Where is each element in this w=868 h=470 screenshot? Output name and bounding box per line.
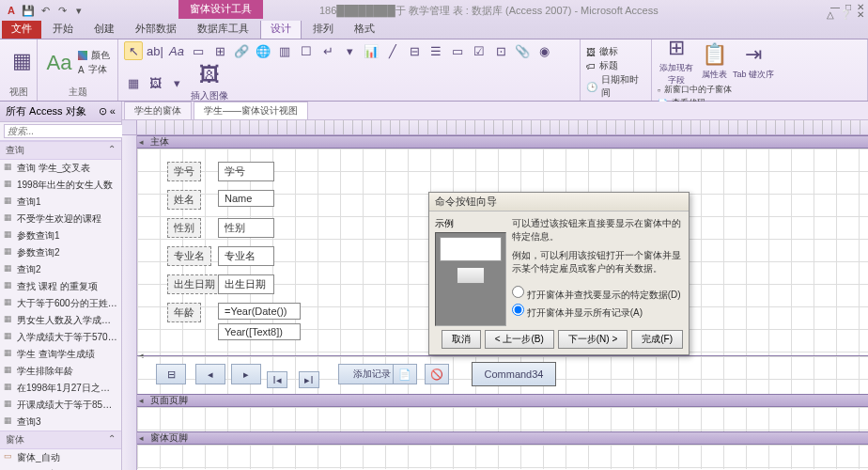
combo-tool-icon[interactable]: ▾ (340, 41, 359, 60)
tab-home[interactable]: 开始 (43, 19, 83, 39)
label-gender[interactable]: 性别 (167, 218, 201, 238)
pagebreak-tool-icon[interactable]: ↵ (318, 41, 337, 60)
tab-external[interactable]: 外部数据 (126, 19, 186, 39)
wizard-cancel-button[interactable]: 取消 (442, 330, 481, 349)
nav-collapse-icon[interactable]: ⊙ « (99, 105, 116, 118)
qat-dropdown-icon[interactable]: ▾ (71, 3, 86, 18)
wizard-back-button[interactable]: < 上一步(B) (485, 330, 554, 349)
listbox-tool-icon[interactable]: ☰ (426, 41, 445, 60)
wizard-option-2[interactable]: 打开窗体并显示所有记录(A) (512, 303, 683, 321)
insert-image-button[interactable]: 🖼插入图像 (189, 63, 230, 102)
nav-item-query[interactable]: 不受学生欢迎的课程 (0, 211, 121, 227)
delete-record-button[interactable]: 🚫 (425, 364, 449, 384)
nav-tool-icon[interactable]: ▥ (275, 41, 294, 60)
subform-tool-icon[interactable]: ▦ (124, 73, 143, 92)
doc-tab-1[interactable]: 学生的窗体 (124, 102, 192, 119)
nav-item-query[interactable]: 开课成绩大于等于85分的... (0, 397, 121, 414)
hyperlink-tool-icon[interactable]: 🔗 (232, 41, 251, 60)
tab-format[interactable]: 格式 (345, 19, 384, 39)
nav-item-query[interactable]: 查询2 (0, 261, 121, 278)
section-formfooter[interactable] (137, 445, 868, 469)
view-button[interactable]: ▦ (6, 41, 38, 81)
line-tool-icon[interactable]: ╱ (383, 41, 402, 60)
tab-design[interactable]: 设计 (260, 18, 302, 39)
theme-fonts[interactable]: A字体 (78, 63, 110, 76)
button-tool-icon[interactable]: ▭ (189, 41, 208, 60)
nav-prev-button[interactable]: ◂ (195, 364, 225, 384)
nav-first2-button[interactable]: I◂ (267, 371, 287, 388)
textbox-gender[interactable]: 性别 (218, 218, 274, 238)
more-tools-icon[interactable]: ▾ (167, 73, 186, 92)
label-age[interactable]: 年龄 (167, 303, 201, 322)
nav-item-query[interactable]: 参数查询2 (0, 244, 121, 261)
wizard-next-button[interactable]: 下一步(N) > (558, 330, 628, 349)
wizard-option-1[interactable]: 打开窗体并查找要显示的特定数据(D) (512, 285, 683, 303)
toggle-tool-icon[interactable]: ⊟ (405, 41, 424, 60)
nav-next-button[interactable]: ▸ (231, 364, 261, 384)
rect-tool-icon[interactable]: ▭ (448, 41, 467, 60)
image-tool-icon[interactable]: 🖼 (146, 73, 164, 92)
tab-order-button[interactable]: ⇥Tab 键次序 (733, 41, 774, 81)
attachment-tool-icon[interactable]: 📎 (513, 41, 532, 60)
textbox-expr2[interactable]: Year([Text8]) (218, 323, 301, 340)
nav-item-query[interactable]: 学生 查询学生成绩 (0, 346, 121, 363)
help-icon[interactable]: ❔ (840, 9, 851, 20)
unbound-tool-icon[interactable]: ⊡ (491, 41, 510, 60)
section-detail-bar[interactable]: 主体 (137, 135, 868, 149)
web-tool-icon[interactable]: 🌐 (254, 41, 272, 60)
nav-header[interactable]: 所有 Access 对象 ⊙ « (0, 102, 121, 122)
doc-tab-2[interactable]: 学生——窗体设计视图 (194, 102, 308, 119)
nav-search-input[interactable] (4, 124, 131, 138)
wizard-finish-button[interactable]: 完成(F) (631, 330, 683, 349)
nav-group-queries[interactable]: 查询⌃ (0, 141, 121, 160)
nav-item-query[interactable]: 查找 课程 的重复项 (0, 278, 121, 295)
nav-item-query[interactable]: 学生排除年龄 (0, 363, 121, 380)
nav-last-button[interactable]: ▸I (299, 371, 319, 388)
textbox-tool-icon[interactable]: ab| (146, 41, 164, 60)
logo-button[interactable]: 🖼徽标 (586, 45, 645, 58)
title-button[interactable]: 🏷标题 (586, 59, 645, 72)
radio-tool-icon[interactable]: ◉ (535, 41, 553, 60)
label-name[interactable]: 姓名 (167, 190, 201, 210)
nav-item-form[interactable]: 课程 子窗体 (0, 466, 121, 470)
section-pagefooter2-bar[interactable]: 页面页脚 (137, 394, 868, 407)
nav-item-query[interactable]: 查询3 (0, 414, 121, 431)
nav-first-button[interactable]: ⊟ (156, 364, 186, 384)
label-birthdate[interactable]: 出生日期 (167, 274, 222, 294)
doc-close-icon[interactable]: ✕ (857, 9, 864, 20)
textbox-expr1[interactable]: =Year(Date()) (218, 303, 301, 320)
nav-item-query[interactable]: 男女生人数及入学成绩最... (0, 312, 121, 329)
section-formfooter-bar[interactable]: 窗体页脚 (137, 431, 868, 445)
tab-dbtools[interactable]: 数据库工具 (188, 19, 258, 39)
textbox-birthdate[interactable]: 出生日期 (218, 274, 274, 294)
nav-item-form[interactable]: 窗体_自动 (0, 449, 121, 466)
subform-newwin[interactable]: ▫新窗口中的子窗体 (658, 84, 787, 96)
nav-group-forms[interactable]: 窗体⌃ (0, 431, 121, 449)
add-field-button[interactable]: ⊞添加现有字段 (658, 41, 695, 81)
property-sheet-button[interactable]: 📋属性表 (698, 41, 730, 81)
pointer-tool-icon[interactable]: ↖ (124, 41, 143, 60)
option-group-icon[interactable]: ☐ (297, 41, 316, 60)
themes-button[interactable]: Aa (43, 43, 75, 83)
nav-item-query[interactable]: 入学成绩大于等于570分... (0, 329, 121, 346)
tab-create[interactable]: 创建 (85, 19, 124, 39)
ribbon-minimize-icon[interactable]: △ (827, 9, 834, 20)
nav-item-query[interactable]: 1998年出生的女生人数 (0, 177, 121, 194)
nav-item-query[interactable]: 大于等于600分的王姓女生 (0, 295, 121, 312)
label-tool-icon[interactable]: Aa (167, 41, 186, 60)
save-record-button[interactable]: 📄 (393, 364, 417, 384)
section-nav-row[interactable]: ⊟ ◂ ▸ I◂ ▸I 添加记录 📄 🚫 Command34 (137, 356, 868, 394)
theme-colors[interactable]: 颜色 (78, 49, 110, 62)
label-major[interactable]: 专业名 (167, 246, 211, 266)
textbox-name[interactable]: Name (218, 190, 274, 207)
undo-icon[interactable]: ↶ (38, 3, 53, 18)
save-icon[interactable]: 💾 (21, 3, 36, 18)
nav-item-query[interactable]: 参数查询1 (0, 227, 121, 244)
chart-tool-icon[interactable]: 📊 (362, 41, 380, 60)
checkbox-tool-icon[interactable]: ☑ (470, 41, 488, 60)
tab-tool-icon[interactable]: ⊞ (210, 41, 229, 60)
redo-icon[interactable]: ↷ (54, 3, 70, 18)
textbox-student-id[interactable]: 学号 (218, 162, 274, 181)
label-student-id[interactable]: 学号 (167, 162, 201, 181)
nav-item-query[interactable]: 查询1 (0, 194, 121, 211)
